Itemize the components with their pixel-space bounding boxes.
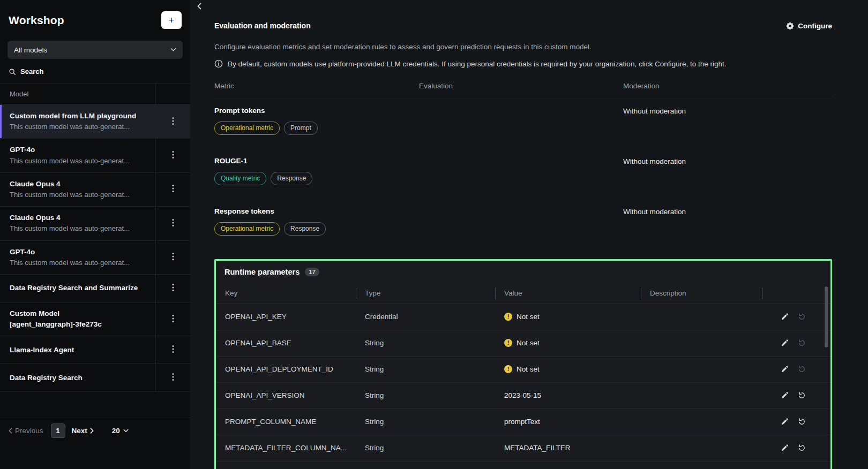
metric-row: ROUGE-1 Quality metric Response Without …: [214, 147, 832, 197]
parameter-key: OPENAI_API_BASE: [225, 339, 365, 347]
metric-row: Response tokens Operational metric Respo…: [214, 197, 832, 247]
info-icon: [214, 59, 223, 68]
model-list-item[interactable]: GPT-4o This custom model was auto-genera…: [0, 139, 190, 172]
metric-tag: Operational metric: [214, 122, 280, 135]
pagination-previous[interactable]: Previous: [9, 427, 43, 435]
column-header-value: Value: [504, 283, 650, 304]
search-toggle[interactable]: Search: [9, 67, 182, 75]
search-icon: [9, 68, 16, 75]
reset-parameter-button[interactable]: [797, 312, 807, 322]
model-name: Data Registry Search and Summarize: [10, 283, 151, 293]
moderation-status: Without moderation: [623, 207, 832, 236]
model-list-item[interactable]: Data Registry Search: [0, 364, 190, 392]
runtime-parameter-row: OPENAI_API_DEPLOYMENT_ID String !Not set: [216, 357, 830, 383]
model-name: GPT-4o: [10, 247, 151, 258]
add-model-button[interactable]: +: [161, 11, 182, 29]
pagination-next[interactable]: Next: [72, 427, 94, 435]
warning-icon: !: [504, 365, 512, 373]
model-list-item[interactable]: Custom Model [agent_langgraph]-3fe273c: [0, 302, 190, 337]
model-filter-value: All models: [14, 46, 47, 54]
model-name: Claude Opus 4: [10, 179, 151, 190]
model-menu-button[interactable]: [169, 369, 177, 386]
model-description: This custom model was auto-generat...: [10, 122, 151, 132]
model-menu-button[interactable]: [169, 181, 177, 198]
metric-tag: Prompt: [284, 122, 318, 135]
column-header-description: Description: [650, 283, 772, 304]
page-title: Workshop: [9, 14, 64, 27]
sidebar-header: Workshop +: [0, 0, 190, 29]
model-list-item[interactable]: Llama-Index Agent: [0, 336, 190, 364]
metric-row: Prompt tokens Operational metric Prompt …: [214, 96, 832, 147]
model-list-item[interactable]: Claude Opus 4 This custom model was auto…: [0, 207, 190, 240]
pagination-bar: Previous 1 Next 20: [0, 418, 190, 443]
edit-parameter-button[interactable]: [780, 364, 790, 374]
parameter-value: Not set: [517, 313, 540, 321]
evaluation-cell: [419, 157, 623, 185]
sidebar-footer-spacer: [0, 443, 190, 469]
evaluation-cell: [419, 207, 623, 236]
gear-icon: [786, 22, 794, 30]
model-name: Data Registry Search: [10, 373, 151, 383]
page-size-select[interactable]: 20: [112, 427, 129, 435]
model-menu-button[interactable]: [169, 147, 177, 164]
parameter-value: 2023-05-15: [504, 391, 541, 399]
metric-table-header: Metric Evaluation Moderation: [214, 82, 832, 96]
collapse-sidebar-button[interactable]: [196, 2, 203, 12]
credentials-info-note: By default, custom models use platform-p…: [214, 59, 832, 68]
reset-parameter-button[interactable]: [797, 443, 807, 453]
model-list-item[interactable]: GPT-4o This custom model was auto-genera…: [0, 241, 190, 275]
warning-icon: !: [504, 339, 512, 347]
model-name: Custom Model [agent_langgraph]-3fe273c: [10, 308, 138, 330]
column-header-type: Type: [365, 283, 504, 304]
evaluation-section-title: Evaluation and moderation: [214, 21, 311, 30]
parameter-type: String: [365, 339, 504, 347]
edit-parameter-button[interactable]: [780, 417, 790, 427]
chevron-down-icon: [170, 48, 176, 52]
model-name: Claude Opus 4: [10, 213, 151, 223]
model-menu-button[interactable]: [169, 249, 177, 266]
column-header-moderation: Moderation: [623, 82, 832, 90]
model-menu-button[interactable]: [169, 215, 177, 232]
column-header-actions: [772, 283, 830, 304]
reset-parameter-button[interactable]: [797, 338, 807, 348]
pagination-current-page[interactable]: 1: [51, 423, 65, 438]
model-menu-button[interactable]: [169, 342, 177, 358]
model-list: Model Custom model from LLM playground T…: [0, 83, 190, 418]
runtime-parameters-count-badge: 17: [305, 268, 319, 276]
runtime-parameter-row: OPENAI_API_KEY Credential !Not set: [216, 304, 830, 330]
metric-table: Metric Evaluation Moderation Prompt toke…: [214, 82, 832, 247]
edit-parameter-button[interactable]: [780, 390, 790, 400]
configure-button[interactable]: Configure: [786, 22, 832, 30]
evaluation-description: Configure evaluation metrics and set mod…: [214, 42, 832, 52]
parameter-type: String: [365, 444, 504, 452]
model-menu-button[interactable]: [169, 280, 177, 297]
metric-tag: Quality metric: [214, 172, 266, 185]
edit-parameter-button[interactable]: [780, 443, 790, 453]
parameter-key: OPENAI_API_KEY: [225, 313, 365, 321]
parameter-key: METADATA_FILTER_COLUMN_NA...: [225, 444, 365, 452]
parameter-type: String: [365, 365, 504, 373]
reset-parameter-button[interactable]: [797, 364, 807, 374]
metric-tag: Response: [271, 172, 312, 185]
edit-parameter-button[interactable]: [780, 312, 790, 322]
model-list-item[interactable]: Custom model from LLM playground This cu…: [0, 105, 190, 139]
metric-name: Prompt tokens: [214, 107, 419, 115]
configure-label: Configure: [798, 22, 832, 30]
model-description: This custom model was auto-generat...: [10, 258, 151, 268]
column-header-evaluation: Evaluation: [419, 82, 623, 90]
reset-parameter-button[interactable]: [797, 390, 807, 400]
model-description: This custom model was auto-generat...: [10, 223, 151, 234]
model-list-item[interactable]: Claude Opus 4 This custom model was auto…: [0, 173, 190, 207]
edit-parameter-button[interactable]: [780, 338, 790, 348]
model-list-item[interactable]: Data Registry Search and Summarize: [0, 275, 190, 302]
parameter-type: Credential: [365, 313, 504, 321]
model-menu-button[interactable]: [169, 114, 177, 130]
model-menu-button[interactable]: [169, 311, 177, 328]
app-root: Workshop + All models Search Model Custo…: [0, 0, 868, 469]
runtime-table-scrollbar[interactable]: [825, 286, 828, 347]
model-filter-select[interactable]: All models: [8, 41, 183, 59]
reset-parameter-button[interactable]: [797, 417, 807, 427]
runtime-parameter-row: OPENAI_API_BASE String !Not set: [216, 330, 830, 357]
search-label: Search: [20, 67, 43, 75]
runtime-parameters-section: Runtime parameters 17 Key Type Value Des…: [214, 259, 832, 469]
